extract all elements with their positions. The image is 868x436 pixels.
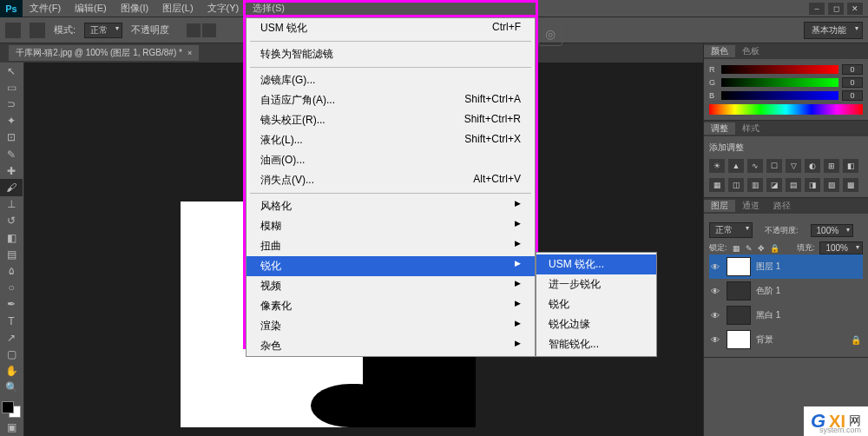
menu-item[interactable]: 像素化▶ <box>247 296 535 316</box>
stamp-tool-icon[interactable]: ⊥ <box>0 196 23 213</box>
adj-select-icon[interactable]: ▩ <box>843 178 858 192</box>
menu-select[interactable]: 选择(S) <box>246 2 292 15</box>
adj-hue-icon[interactable]: ◐ <box>805 159 820 173</box>
window-close-icon[interactable]: ✕ <box>847 3 863 15</box>
b-value[interactable]: 0 <box>842 90 863 101</box>
document-tab[interactable]: 千库网-猫2.jpg @ 100% (图层 1, RGB/8#) *× <box>9 45 199 61</box>
layer-row[interactable]: 👁色阶 1 <box>709 279 863 303</box>
blur-tool-icon[interactable]: ۵ <box>0 262 23 279</box>
menu-item[interactable]: USM 锐化Ctrl+F <box>247 18 535 38</box>
lock-move-icon[interactable]: ✥ <box>758 244 765 253</box>
adj-grad-icon[interactable]: ▨ <box>824 178 839 192</box>
tab-layers[interactable]: 图层 <box>704 200 735 212</box>
menu-item[interactable]: 渲染▶ <box>247 316 535 336</box>
layer-row[interactable]: 👁背景🔒 <box>709 327 863 352</box>
menu-item[interactable]: 液化(L)...Shift+Ctrl+X <box>247 130 535 150</box>
move-tool-icon[interactable]: ↖ <box>0 63 23 79</box>
submenu-item[interactable]: 智能锐化... <box>536 334 656 354</box>
r-slider[interactable] <box>721 65 838 74</box>
lock-brush-icon[interactable]: ✎ <box>746 244 753 253</box>
gradient-tool-icon[interactable]: ▤ <box>0 246 23 262</box>
eraser-tool-icon[interactable]: ◧ <box>0 229 23 246</box>
menu-item[interactable]: 镜头校正(R)...Shift+Ctrl+R <box>247 110 535 130</box>
screen-mode-icon[interactable] <box>202 23 216 37</box>
g-slider[interactable] <box>721 78 838 87</box>
type-tool-icon[interactable]: T <box>0 313 23 329</box>
lock-pixels-icon[interactable]: ▦ <box>733 244 740 253</box>
marquee-tool-icon[interactable]: ▭ <box>0 79 23 96</box>
menu-item[interactable]: 风格化▶ <box>247 196 535 216</box>
tab-channels[interactable]: 通道 <box>735 200 766 212</box>
heal-tool-icon[interactable]: ✚ <box>0 162 23 179</box>
adj-poster-icon[interactable]: ▤ <box>786 178 801 192</box>
arrange-icon[interactable] <box>187 23 201 37</box>
menu-item[interactable]: 滤镜库(G)... <box>247 70 535 90</box>
g-value[interactable]: 0 <box>842 77 863 88</box>
path-tool-icon[interactable]: ↗ <box>0 329 23 346</box>
hand-tool-icon[interactable]: ✋ <box>0 363 23 380</box>
menu-item[interactable]: 扭曲▶ <box>247 236 535 256</box>
adj-photo-icon[interactable]: ▦ <box>709 178 725 192</box>
adj-invert-icon[interactable]: ◪ <box>766 178 782 192</box>
menu-file[interactable]: 文件(F) <box>23 2 68 15</box>
visibility-icon[interactable]: 👁 <box>711 262 721 272</box>
window-restore-icon[interactable]: ◻ <box>828 3 844 15</box>
lock-all-icon[interactable]: 🔒 <box>770 244 779 253</box>
tab-styles[interactable]: 样式 <box>735 122 766 135</box>
pen-tool-icon[interactable]: ✒ <box>0 296 23 313</box>
adj-curves-icon[interactable]: ∿ <box>747 159 763 173</box>
menu-item[interactable]: 自适应广角(A)...Shift+Ctrl+A <box>247 90 535 110</box>
submenu-item[interactable]: 锐化边缘 <box>536 314 656 334</box>
blend-mode-dropdown[interactable]: 正常 <box>84 23 122 38</box>
adj-mixer-icon[interactable]: ◫ <box>728 178 744 192</box>
window-minimize-icon[interactable]: – <box>809 3 825 15</box>
menu-edit[interactable]: 编辑(E) <box>68 2 114 15</box>
adj-bw-icon[interactable]: ◧ <box>843 159 858 173</box>
quickmask-icon[interactable]: ▣ <box>0 419 23 436</box>
brush-tool-icon[interactable]: 🖌 <box>0 179 23 195</box>
history-brush-icon[interactable]: ↺ <box>0 213 23 229</box>
r-value[interactable]: 0 <box>842 64 863 75</box>
adj-bal-icon[interactable]: ⊞ <box>824 159 839 173</box>
crop-tool-icon[interactable]: ⊡ <box>0 129 23 146</box>
hue-ramp[interactable] <box>709 104 863 115</box>
visibility-icon[interactable]: 👁 <box>711 335 721 345</box>
dodge-tool-icon[interactable]: ○ <box>0 280 23 296</box>
zoom-tool-icon[interactable]: 🔍 <box>0 380 23 396</box>
brush-preview-icon[interactable] <box>30 23 45 38</box>
tab-paths[interactable]: 路径 <box>766 200 798 212</box>
tab-color[interactable]: 颜色 <box>704 45 735 57</box>
adj-brightness-icon[interactable]: ☀ <box>709 159 725 173</box>
visibility-icon[interactable]: 👁 <box>711 287 721 296</box>
wand-tool-icon[interactable]: ✦ <box>0 113 23 129</box>
menu-item[interactable]: 转换为智能滤镜 <box>247 44 535 64</box>
menu-item[interactable]: 视频▶ <box>247 276 535 296</box>
layer-opacity-field[interactable]: 100% <box>811 224 854 237</box>
close-tab-icon[interactable]: × <box>187 49 192 57</box>
tab-adjustments[interactable]: 调整 <box>704 122 735 135</box>
menu-type[interactable]: 文字(Y) <box>201 2 247 15</box>
submenu-item[interactable]: 进一步锐化 <box>536 274 656 294</box>
b-slider[interactable] <box>721 91 838 100</box>
menu-image[interactable]: 图像(I) <box>114 2 155 15</box>
menu-item[interactable]: 油画(O)... <box>247 150 535 170</box>
adj-exposure-icon[interactable]: ☐ <box>766 159 782 173</box>
tool-preset-icon[interactable] <box>5 23 21 38</box>
submenu-item[interactable]: USM 锐化... <box>536 254 656 274</box>
adj-vibrance-icon[interactable]: ▽ <box>786 159 801 173</box>
visibility-icon[interactable]: 👁 <box>711 311 721 320</box>
menu-item[interactable]: 模糊▶ <box>247 216 535 236</box>
lasso-tool-icon[interactable]: ⊃ <box>0 96 23 112</box>
layer-blend-dropdown[interactable]: 正常 <box>709 222 753 238</box>
eyedropper-tool-icon[interactable]: ✎ <box>0 146 23 162</box>
menu-item[interactable]: 杂色▶ <box>247 336 535 356</box>
submenu-item[interactable]: 锐化 <box>536 294 656 314</box>
shape-tool-icon[interactable]: ▢ <box>0 346 23 362</box>
fill-field[interactable]: 100% <box>819 241 863 254</box>
adj-thresh-icon[interactable]: ◨ <box>805 178 820 192</box>
target-icon[interactable]: ◎ <box>538 22 562 46</box>
adj-lookup-icon[interactable]: ▥ <box>747 178 763 192</box>
menu-item[interactable]: 锐化▶ <box>247 256 535 276</box>
menu-layer[interactable]: 图层(L) <box>155 2 200 15</box>
layer-row[interactable]: 👁黑白 1 <box>709 303 863 327</box>
